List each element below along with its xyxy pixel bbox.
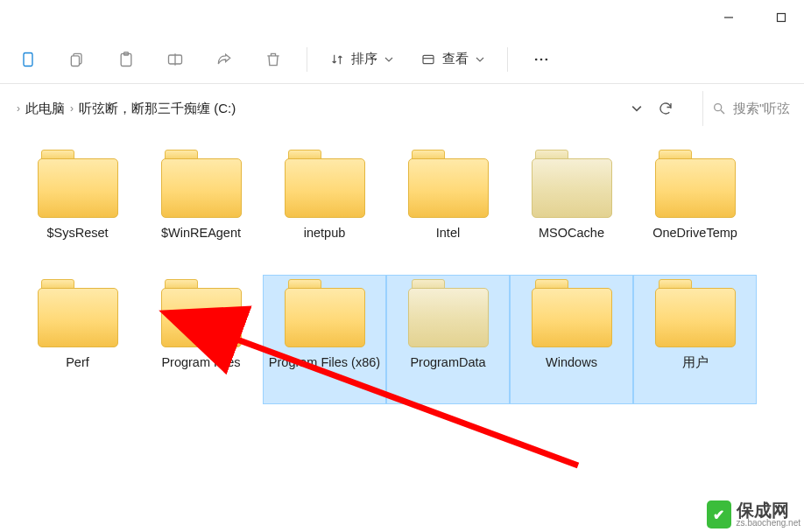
search-placeholder: 搜索"听弦 (733, 101, 790, 117)
toolbar-separator (507, 47, 508, 72)
folder-label: MSOCache (535, 225, 608, 242)
folder-item[interactable]: $SysReset (16, 145, 139, 275)
folder-item[interactable]: Program Files (139, 275, 263, 404)
folder-label: Windows (542, 354, 601, 371)
folder-item[interactable]: Windows (510, 275, 633, 404)
folder-icon (38, 150, 118, 218)
svg-rect-4 (71, 55, 79, 66)
folder-icon (532, 150, 612, 218)
folder-label: Perf (62, 354, 93, 371)
svg-point-14 (715, 104, 722, 111)
search-input[interactable]: 搜索"听弦 (702, 91, 800, 126)
breadcrumb[interactable]: › 此电脑 › 听弦断，断那三千痴缠 (C:) (7, 91, 694, 126)
folder-label: Intel (433, 225, 463, 242)
minimize-button[interactable] (713, 5, 744, 30)
more-icon[interactable] (520, 42, 562, 77)
folder-label: $WinREAgent (158, 225, 244, 242)
svg-rect-2 (24, 52, 32, 66)
folder-label: Program Files (x86) (265, 354, 384, 371)
svg-rect-9 (423, 55, 434, 63)
breadcrumb-item[interactable]: 听弦断，断那三千痴缠 (C:) (79, 101, 236, 117)
folder-item[interactable]: inetpub (263, 145, 386, 275)
folder-item[interactable]: MSOCache (510, 145, 633, 275)
folder-icon (408, 150, 489, 218)
folder-label: OneDriveTemp (649, 225, 741, 242)
svg-line-15 (721, 110, 724, 114)
sort-label: 排序 (351, 51, 377, 67)
chevron-down-icon[interactable] (631, 103, 642, 114)
rename-icon[interactable] (154, 42, 196, 77)
view-label: 查看 (442, 51, 469, 67)
search-icon (712, 102, 726, 116)
view-dropdown[interactable]: 查看 (411, 42, 495, 77)
folder-icon (408, 279, 489, 347)
paste-icon[interactable] (105, 42, 147, 77)
maximize-button[interactable] (765, 5, 797, 30)
delete-icon[interactable] (252, 42, 294, 77)
folder-item[interactable]: 用户 (633, 275, 757, 404)
folder-icon (161, 279, 242, 347)
refresh-icon[interactable] (658, 101, 674, 116)
folder-icon (655, 279, 736, 347)
folder-icon (161, 150, 242, 218)
chevron-right-icon: › (17, 102, 20, 115)
breadcrumb-item[interactable]: 此电脑 (25, 101, 65, 117)
address-bar: › 此电脑 › 听弦断，断那三千痴缠 (C:) 搜索"听弦 (0, 84, 804, 133)
chevron-right-icon: › (70, 102, 74, 115)
folder-label: Program Files (158, 354, 243, 371)
folder-item[interactable]: $WinREAgent (139, 145, 263, 275)
watermark-brand: 保成网 (737, 501, 800, 519)
folder-icon (285, 150, 365, 218)
watermark-url: zs.baocheng.net (737, 519, 800, 528)
toolbar: 排序 查看 (0, 35, 804, 84)
folder-item[interactable]: ProgramData (386, 275, 510, 404)
folder-icon (532, 279, 612, 347)
folder-label: inetpub (300, 225, 349, 242)
folder-icon (38, 279, 118, 347)
folder-icon (285, 279, 365, 347)
folder-label: ProgramData (406, 354, 489, 371)
share-icon[interactable] (203, 42, 245, 77)
folder-grid: $SysReset$WinREAgentinetpubIntelMSOCache… (0, 133, 804, 404)
folder-label: $SysReset (43, 225, 111, 242)
shield-icon: ✔ (707, 500, 731, 528)
window-titlebar (0, 0, 804, 35)
svg-rect-1 (778, 14, 786, 22)
cut-icon[interactable] (7, 42, 49, 77)
folder-item[interactable]: Perf (16, 275, 139, 404)
sort-dropdown[interactable]: 排序 (320, 42, 404, 77)
folder-item[interactable]: OneDriveTemp (633, 145, 757, 275)
svg-point-13 (546, 58, 548, 60)
copy-icon[interactable] (56, 42, 98, 77)
folder-item[interactable]: Program Files (x86) (263, 275, 386, 404)
watermark: ✔ 保成网 zs.baocheng.net (707, 500, 800, 528)
folder-label: 用户 (679, 354, 712, 371)
svg-point-11 (535, 58, 538, 60)
folder-icon (655, 150, 736, 218)
toolbar-separator (307, 47, 307, 72)
folder-item[interactable]: Intel (386, 145, 510, 275)
svg-point-12 (540, 58, 543, 60)
